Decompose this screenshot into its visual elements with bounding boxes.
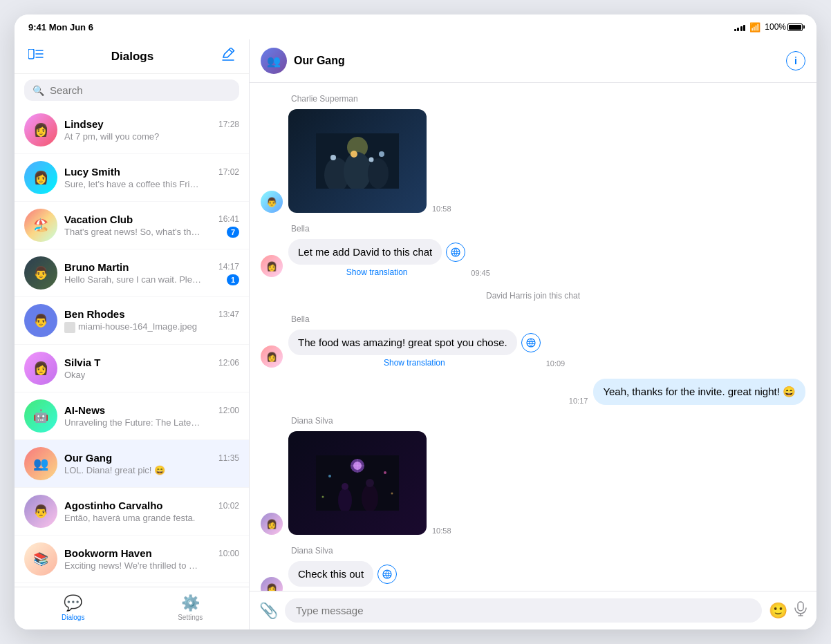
system-message: David Harris join this chat xyxy=(261,288,805,303)
message-bubble: Let me add David to this chat xyxy=(288,239,442,265)
main-content: Dialogs 🔍 xyxy=(15,39,816,629)
attach-button[interactable]: 📎 xyxy=(259,602,278,620)
list-item[interactable]: 👩 Silvia T 12:06 Okay xyxy=(15,345,249,392)
message-row: 10:17 Yeah, thanks for the invite. great… xyxy=(261,379,805,405)
message-bubble: Yeah, thanks for the invite. great night… xyxy=(593,379,805,405)
settings-icon: ⚙️ xyxy=(181,594,200,612)
message-group: Diana Silva 👩 xyxy=(261,416,805,535)
translate-button[interactable] xyxy=(446,243,465,262)
list-item[interactable]: 👩 Lucy Smith 17:02 Sure, let's have a co… xyxy=(15,154,249,202)
svg-point-14 xyxy=(527,339,535,347)
chat-panel: 👥 Our Gang i Charlie Superman 👨 xyxy=(250,39,816,629)
list-item[interactable]: 👨 Ben Rhodes 13:47 miami-house-164_Image… xyxy=(15,297,249,345)
list-item[interactable]: 👨 Bruno Martin 14:17 Hello Sarah, sure I… xyxy=(15,249,249,297)
svg-point-27 xyxy=(391,493,393,495)
chat-header-left: 👥 Our Gang xyxy=(261,48,345,74)
conv-body: Vacation Club 16:41 That's great news! S… xyxy=(64,214,239,238)
conv-body: Ben Rhodes 13:47 miami-house-164_Image.j… xyxy=(64,308,239,333)
avatar: 👩 xyxy=(24,113,57,146)
show-translation-btn[interactable]: Show translation xyxy=(288,267,465,277)
messages-area: Charlie Superman 👨 xyxy=(250,83,816,591)
emoji-button[interactable]: 🙂 xyxy=(769,602,787,620)
search-icon: 🔍 xyxy=(32,85,44,96)
conv-body: Bookworm Haven 10:00 Exciting news! We'r… xyxy=(64,547,239,571)
sender-name: Diana Silva xyxy=(291,546,805,556)
list-item[interactable]: 👨 Agostinho Carvalho 10:02 Então, haverá… xyxy=(15,488,249,536)
search-input[interactable] xyxy=(50,84,231,96)
bottom-nav: 💬 Dialogs ⚙️ Settings xyxy=(15,587,249,629)
message-time: 10:09 xyxy=(546,359,566,368)
status-bar: 9:41 Mon Jun 6 📶 100% xyxy=(15,15,816,39)
svg-point-11 xyxy=(369,158,374,162)
message-image xyxy=(288,431,427,535)
svg-point-25 xyxy=(384,471,386,474)
show-translation-btn[interactable]: Show translation xyxy=(288,358,541,368)
message-group: Bella 👩 Let me add David to this chat xyxy=(261,224,805,277)
message-bubble: Check this out xyxy=(288,561,373,587)
nav-dialogs[interactable]: 💬 Dialogs xyxy=(15,591,132,624)
svg-point-23 xyxy=(366,479,374,487)
avatar: 👩 xyxy=(261,577,283,591)
battery-icon xyxy=(787,23,803,31)
unread-badge: 1 xyxy=(227,274,239,285)
list-item[interactable]: 📚 Bookworm Haven 10:00 Exciting news! We… xyxy=(15,536,249,583)
message-row: 👨 xyxy=(261,109,805,213)
avatar: 🤖 xyxy=(24,399,57,433)
list-item[interactable]: 👥 Our Gang 11:35 LOL. Diana! great pic! … xyxy=(15,440,249,488)
svg-point-28 xyxy=(383,570,391,578)
conv-body: Agostinho Carvalho 10:02 Então, haverá u… xyxy=(64,500,239,523)
message-group: Charlie Superman 👨 xyxy=(261,94,805,213)
mic-button[interactable] xyxy=(794,601,807,620)
battery-indicator: 100% xyxy=(765,22,803,32)
message-row: 👩 xyxy=(261,431,805,535)
svg-point-26 xyxy=(322,496,324,498)
svg-rect-29 xyxy=(798,602,803,611)
message-input[interactable] xyxy=(285,598,762,623)
conv-body: Silvia T 12:06 Okay xyxy=(64,357,239,380)
message-time: 10:58 xyxy=(432,527,451,535)
conv-body: Lindsey 17:28 At 7 pm, will you come? xyxy=(64,118,239,142)
info-button[interactable]: i xyxy=(786,51,805,70)
bubble-row: Check this out xyxy=(288,561,397,587)
translate-button[interactable] xyxy=(521,333,541,352)
avatar: 👥 xyxy=(24,447,57,480)
message-time: 10:17 xyxy=(569,397,588,405)
dialogs-icon: 💬 xyxy=(64,594,82,612)
list-item[interactable]: 🤖 AI-News 12:00 Unraveling the Future: T… xyxy=(15,392,249,440)
conv-body: Lucy Smith 17:02 Sure, let's have a coff… xyxy=(64,166,239,189)
avatar: 👩 xyxy=(24,161,57,194)
conv-body: Bruno Martin 14:17 Hello Sarah, sure I c… xyxy=(64,261,239,285)
sidebar-toggle-button[interactable] xyxy=(26,46,46,66)
conversations-list: 👩 Lindsey 17:28 At 7 pm, will you come? … xyxy=(15,106,249,587)
message-image xyxy=(288,109,427,213)
avatar: 👨 xyxy=(24,304,57,337)
search-bar: 🔍 xyxy=(15,74,249,106)
svg-point-9 xyxy=(330,155,336,160)
nav-settings[interactable]: ⚙️ Settings xyxy=(132,591,250,624)
translate-button[interactable] xyxy=(377,565,397,584)
wifi-icon: 📶 xyxy=(749,22,760,32)
sender-name: Diana Silva xyxy=(291,416,805,426)
svg-point-13 xyxy=(451,248,460,256)
compose-button[interactable] xyxy=(218,45,238,68)
search-input-wrap[interactable]: 🔍 xyxy=(24,79,239,101)
status-time: 9:41 Mon Jun 6 xyxy=(28,22,93,32)
sender-name: Bella xyxy=(291,314,805,324)
svg-rect-0 xyxy=(28,49,34,59)
sender-name: Charlie Superman xyxy=(291,94,805,104)
sidebar-title: Dialogs xyxy=(46,50,218,64)
avatar: 👨 xyxy=(261,191,283,213)
status-icons: 📶 100% xyxy=(734,22,803,32)
avatar: 👩 xyxy=(261,513,283,535)
chat-header: 👥 Our Gang i xyxy=(250,39,816,83)
conv-body: AI-News 12:00 Unraveling the Future: The… xyxy=(64,404,239,428)
device-frame: 9:41 Mon Jun 6 📶 100% xyxy=(15,15,816,629)
message-time: 10:58 xyxy=(432,205,451,213)
sidebar-header: Dialogs xyxy=(15,39,249,74)
svg-point-8 xyxy=(368,158,389,189)
list-item[interactable]: 🏖️ Vacation Club 16:41 That's great news… xyxy=(15,202,249,249)
list-item[interactable]: 👩 Lindsey 17:28 At 7 pm, will you come? xyxy=(15,106,249,154)
chat-title: Our Gang xyxy=(294,55,345,67)
avatar: 👨 xyxy=(24,256,57,290)
sender-name: Bella xyxy=(291,224,805,234)
